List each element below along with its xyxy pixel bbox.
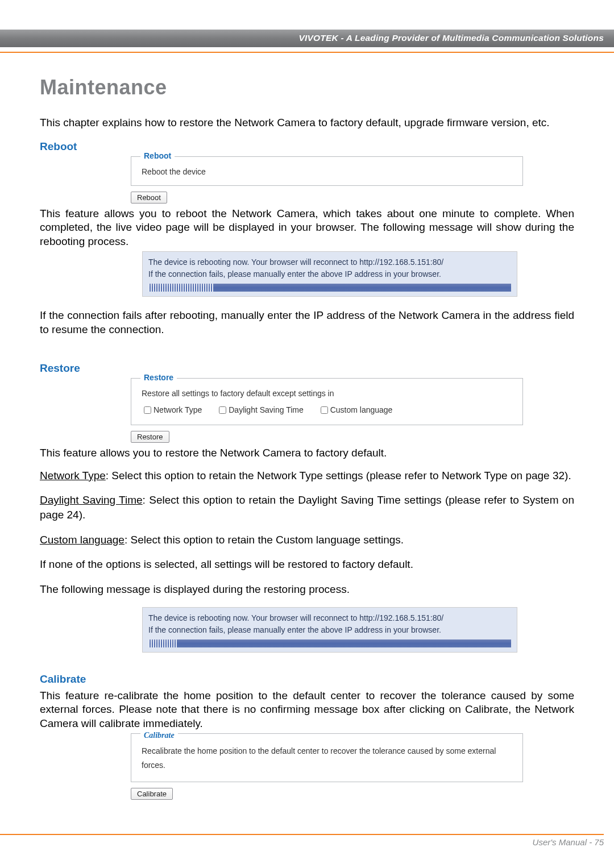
restore-opt-custom-lang[interactable]: Custom language	[318, 405, 393, 416]
restore-opt3-label: Custom language	[330, 405, 393, 414]
reboot-progress-bar	[148, 284, 511, 292]
reboot-message-line-1: The device is rebooting now. Your browse…	[148, 256, 511, 268]
restore-cb-dst[interactable]	[219, 406, 226, 414]
restore-heading: Restore	[40, 362, 574, 375]
reboot-desc: Reboot the device	[142, 167, 513, 176]
restore-none-paragraph: If none of the options is selected, all …	[40, 557, 574, 572]
restore-dst-label: Daylight Saving Time	[40, 494, 143, 506]
restore-opt-network-type[interactable]: Network Type	[142, 405, 202, 416]
intro-paragraph: This chapter explains how to restore the…	[40, 115, 574, 130]
footer-orange-rule	[0, 834, 604, 835]
restore-message-line-1: The device is rebooting now. Your browse…	[148, 612, 511, 624]
reboot-fieldset: Reboot Reboot the device	[131, 156, 523, 186]
calibrate-fieldset: Calibrate Recalibrate the home position …	[131, 733, 523, 782]
calibrate-legend: Calibrate	[140, 728, 178, 742]
restore-fieldset-wrap: Restore Restore all settings to factory …	[131, 378, 523, 425]
header-brand-text: VIVOTEK - A Leading Provider of Multimed…	[299, 33, 604, 43]
restore-cl-paragraph: Custom language: Select this option to r…	[40, 533, 574, 547]
reboot-message-line-2: If the connection fails, please manually…	[148, 268, 511, 280]
header-brand-bar: VIVOTEK - A Leading Provider of Multimed…	[0, 30, 614, 47]
reboot-paragraph-1: This feature allows you to reboot the Ne…	[40, 207, 574, 249]
restore-message-line-2: If the connection fails, please manually…	[148, 624, 511, 636]
calibrate-fieldset-wrap: Calibrate Recalibrate the home position …	[131, 733, 523, 782]
restore-progress-fill	[148, 639, 177, 647]
restore-message-box: The device is rebooting now. Your browse…	[142, 607, 517, 653]
restore-opt2-label: Daylight Saving Time	[229, 405, 304, 414]
reboot-paragraph-2: If the connection fails after rebooting,…	[40, 308, 574, 337]
reboot-heading: Reboot	[40, 140, 574, 153]
restore-fieldset: Restore Restore all settings to factory …	[131, 378, 523, 425]
page-content: Maintenance This chapter explains how to…	[0, 53, 614, 808]
restore-opt1-label: Network Type	[154, 405, 202, 414]
footer: User's Manual - 75	[0, 830, 614, 854]
restore-msg-intro: The following message is displayed durin…	[40, 582, 574, 597]
reboot-progress-fill	[148, 284, 214, 292]
calibrate-paragraph: This feature re-calibrate the home posit…	[40, 689, 574, 731]
page-title: Maintenance	[40, 76, 574, 99]
restore-paragraph-after: This feature allows you to restore the N…	[40, 446, 574, 460]
restore-nt-label: Network Type	[40, 470, 106, 481]
restore-desc: Restore all settings to factory default …	[142, 389, 513, 398]
restore-nt-paragraph: Network Type: Select this option to reta…	[40, 468, 574, 483]
reboot-button[interactable]: Reboot	[131, 192, 167, 203]
restore-cl-label: Custom language	[40, 534, 125, 546]
restore-cb-network-type[interactable]	[144, 406, 151, 414]
restore-opt-dst[interactable]: Daylight Saving Time	[217, 405, 304, 416]
calibrate-button-wrap: Calibrate	[131, 784, 574, 800]
reboot-legend: Reboot	[140, 151, 175, 160]
restore-dst-paragraph: Daylight Saving Time: Select this option…	[40, 493, 574, 522]
restore-button[interactable]: Restore	[131, 431, 169, 443]
reboot-button-wrap: Reboot	[131, 188, 574, 203]
restore-checkbox-row: Network Type Daylight Saving Time Custom…	[142, 405, 513, 416]
footer-text: User's Manual - 75	[533, 837, 604, 847]
header-whitespace	[0, 0, 614, 30]
restore-progress-bar	[148, 639, 511, 647]
reboot-fieldset-wrap: Reboot Reboot the device	[131, 156, 523, 186]
restore-button-wrap: Restore	[131, 427, 574, 443]
calibrate-desc: Recalibrate the home position to the def…	[142, 744, 513, 773]
reboot-message-box: The device is rebooting now. Your browse…	[142, 251, 517, 297]
restore-legend: Restore	[140, 373, 177, 382]
restore-nt-text: : Select this option to retain the Netwo…	[106, 470, 571, 481]
calibrate-heading: Calibrate	[40, 673, 574, 686]
restore-cl-text: : Select this option to retain the Custo…	[125, 534, 404, 546]
restore-cb-custom-lang[interactable]	[321, 406, 328, 414]
calibrate-button[interactable]: Calibrate	[131, 788, 173, 800]
